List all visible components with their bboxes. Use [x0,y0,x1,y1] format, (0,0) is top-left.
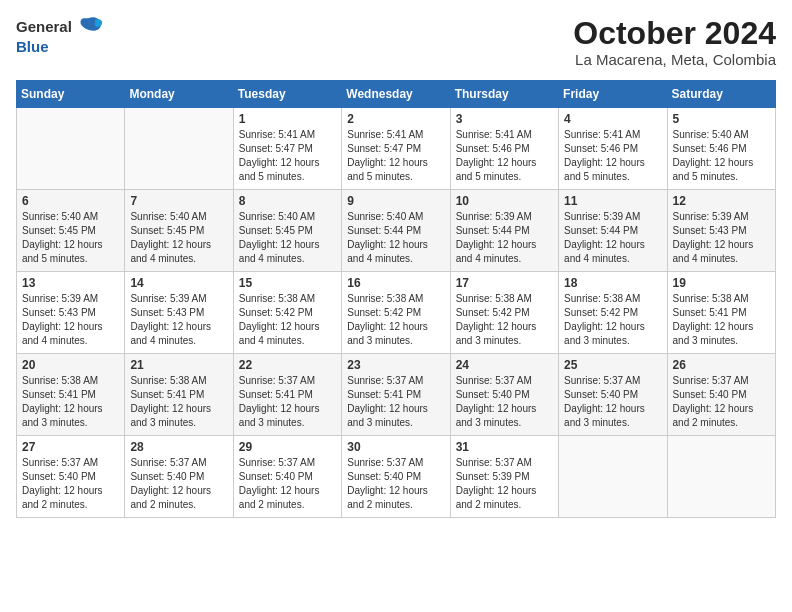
cell-text-line: Sunset: 5:46 PM [673,143,747,154]
cell-text-line: Sunrise: 5:38 AM [130,375,206,386]
cell-content: Sunrise: 5:37 AMSunset: 5:41 PMDaylight:… [347,374,444,430]
cell-text-line: Daylight: 12 hours [22,239,103,250]
cell-text-line: and 2 minutes. [456,499,522,510]
cell-text-line: Daylight: 12 hours [130,239,211,250]
cell-text-line: Sunrise: 5:37 AM [347,457,423,468]
page-header: General Blue October 2024 La Macarena, M… [16,16,776,68]
cell-content: Sunrise: 5:37 AMSunset: 5:40 PMDaylight:… [130,456,227,512]
cell-text-line: Sunrise: 5:37 AM [456,375,532,386]
cell-content: Sunrise: 5:38 AMSunset: 5:41 PMDaylight:… [130,374,227,430]
cell-text-line: Sunrise: 5:37 AM [456,457,532,468]
cell-content: Sunrise: 5:40 AMSunset: 5:45 PMDaylight:… [239,210,336,266]
cell-text-line: Sunset: 5:41 PM [347,389,421,400]
day-number: 19 [673,276,770,290]
cell-text-line: Sunrise: 5:40 AM [347,211,423,222]
calendar-cell [559,436,667,518]
calendar-cell: 26Sunrise: 5:37 AMSunset: 5:40 PMDayligh… [667,354,775,436]
weekday-header-row: SundayMondayTuesdayWednesdayThursdayFrid… [17,81,776,108]
logo: General Blue [16,16,103,56]
day-number: 24 [456,358,553,372]
cell-content: Sunrise: 5:40 AMSunset: 5:45 PMDaylight:… [22,210,119,266]
cell-text-line: Sunrise: 5:37 AM [22,457,98,468]
cell-text-line: Sunrise: 5:40 AM [673,129,749,140]
cell-text-line: and 2 minutes. [239,499,305,510]
location-subtitle: La Macarena, Meta, Colombia [573,51,776,68]
cell-text-line: Daylight: 12 hours [564,239,645,250]
cell-text-line: Sunset: 5:40 PM [22,471,96,482]
day-number: 23 [347,358,444,372]
calendar-cell: 28Sunrise: 5:37 AMSunset: 5:40 PMDayligh… [125,436,233,518]
day-number: 5 [673,112,770,126]
weekday-header-friday: Friday [559,81,667,108]
cell-text-line: Daylight: 12 hours [456,485,537,496]
day-number: 18 [564,276,661,290]
day-number: 14 [130,276,227,290]
weekday-header-sunday: Sunday [17,81,125,108]
day-number: 11 [564,194,661,208]
cell-text-line: Sunrise: 5:40 AM [130,211,206,222]
logo-blue-text: Blue [16,38,49,56]
cell-content: Sunrise: 5:38 AMSunset: 5:41 PMDaylight:… [673,292,770,348]
cell-text-line: and 4 minutes. [456,253,522,264]
cell-text-line: Sunset: 5:46 PM [456,143,530,154]
day-number: 28 [130,440,227,454]
cell-content: Sunrise: 5:41 AMSunset: 5:46 PMDaylight:… [564,128,661,184]
cell-text-line: Sunrise: 5:39 AM [564,211,640,222]
cell-content: Sunrise: 5:38 AMSunset: 5:42 PMDaylight:… [239,292,336,348]
cell-text-line: Daylight: 12 hours [456,321,537,332]
cell-text-line: Sunset: 5:47 PM [347,143,421,154]
cell-content: Sunrise: 5:40 AMSunset: 5:45 PMDaylight:… [130,210,227,266]
cell-content: Sunrise: 5:38 AMSunset: 5:42 PMDaylight:… [564,292,661,348]
cell-text-line: Sunset: 5:47 PM [239,143,313,154]
cell-text-line: Daylight: 12 hours [347,321,428,332]
calendar-cell: 22Sunrise: 5:37 AMSunset: 5:41 PMDayligh… [233,354,341,436]
calendar-cell: 5Sunrise: 5:40 AMSunset: 5:46 PMDaylight… [667,108,775,190]
cell-text-line: Daylight: 12 hours [130,321,211,332]
cell-text-line: Daylight: 12 hours [347,485,428,496]
calendar-cell: 20Sunrise: 5:38 AMSunset: 5:41 PMDayligh… [17,354,125,436]
day-number: 21 [130,358,227,372]
calendar-cell: 17Sunrise: 5:38 AMSunset: 5:42 PMDayligh… [450,272,558,354]
cell-text-line: and 5 minutes. [347,171,413,182]
cell-text-line: Sunset: 5:45 PM [130,225,204,236]
cell-text-line: and 3 minutes. [564,417,630,428]
calendar-cell: 30Sunrise: 5:37 AMSunset: 5:40 PMDayligh… [342,436,450,518]
weekday-header-monday: Monday [125,81,233,108]
cell-content: Sunrise: 5:37 AMSunset: 5:40 PMDaylight:… [239,456,336,512]
cell-text-line: Sunset: 5:43 PM [130,307,204,318]
cell-text-line: Daylight: 12 hours [130,485,211,496]
day-number: 22 [239,358,336,372]
cell-text-line: Daylight: 12 hours [347,403,428,414]
calendar-cell: 15Sunrise: 5:38 AMSunset: 5:42 PMDayligh… [233,272,341,354]
cell-text-line: Sunset: 5:44 PM [347,225,421,236]
calendar-cell: 7Sunrise: 5:40 AMSunset: 5:45 PMDaylight… [125,190,233,272]
calendar-cell: 16Sunrise: 5:38 AMSunset: 5:42 PMDayligh… [342,272,450,354]
cell-text-line: Sunset: 5:41 PM [22,389,96,400]
day-number: 26 [673,358,770,372]
cell-text-line: Daylight: 12 hours [456,239,537,250]
cell-text-line: Daylight: 12 hours [22,485,103,496]
calendar-cell: 21Sunrise: 5:38 AMSunset: 5:41 PMDayligh… [125,354,233,436]
cell-text-line: Sunset: 5:42 PM [564,307,638,318]
cell-text-line: Sunset: 5:45 PM [22,225,96,236]
cell-content: Sunrise: 5:38 AMSunset: 5:42 PMDaylight:… [347,292,444,348]
cell-text-line: and 4 minutes. [130,253,196,264]
weekday-header-thursday: Thursday [450,81,558,108]
cell-content: Sunrise: 5:39 AMSunset: 5:43 PMDaylight:… [673,210,770,266]
cell-text-line: Daylight: 12 hours [564,157,645,168]
cell-text-line: Daylight: 12 hours [130,403,211,414]
day-number: 20 [22,358,119,372]
logo-general-text: General [16,18,72,36]
cell-text-line: Daylight: 12 hours [239,403,320,414]
cell-text-line: Sunset: 5:40 PM [239,471,313,482]
cell-content: Sunrise: 5:38 AMSunset: 5:42 PMDaylight:… [456,292,553,348]
cell-text-line: Sunset: 5:40 PM [130,471,204,482]
calendar-cell: 27Sunrise: 5:37 AMSunset: 5:40 PMDayligh… [17,436,125,518]
cell-text-line: Daylight: 12 hours [239,239,320,250]
cell-text-line: Sunset: 5:46 PM [564,143,638,154]
cell-text-line: Sunset: 5:42 PM [456,307,530,318]
cell-content: Sunrise: 5:39 AMSunset: 5:43 PMDaylight:… [22,292,119,348]
cell-text-line: Sunrise: 5:41 AM [456,129,532,140]
cell-text-line: and 3 minutes. [22,417,88,428]
cell-text-line: Daylight: 12 hours [456,157,537,168]
